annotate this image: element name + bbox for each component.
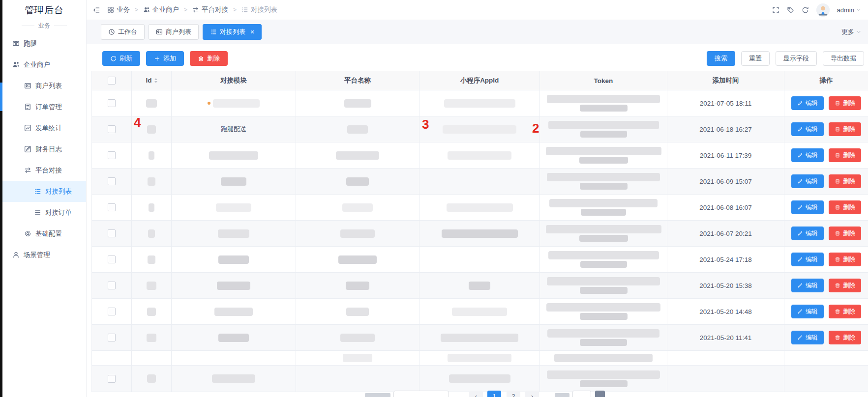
row-checkbox[interactable] <box>108 334 116 341</box>
refresh-page-icon[interactable] <box>802 6 809 14</box>
sidebar-item-label: 平台对接 <box>35 166 62 175</box>
delete-button[interactable]: 删除 <box>829 148 861 162</box>
tab-merchant-list[interactable]: 商户列表 <box>149 24 199 40</box>
sidebar-item-label: 商户列表 <box>35 82 62 90</box>
page-2-button[interactable]: 2 <box>507 391 520 397</box>
delete-button[interactable]: 删除 <box>829 305 861 318</box>
edit-button[interactable]: 编辑 <box>791 174 824 188</box>
sidebar-item-base-config[interactable]: 基础配置 <box>2 223 86 244</box>
avatar[interactable] <box>816 3 830 17</box>
delete-button[interactable]: 删除 <box>829 122 861 136</box>
sidebar-item-link-list[interactable]: 对接列表 <box>2 181 86 202</box>
sidebar-item-platform-link[interactable]: 平台对接 <box>2 160 86 181</box>
row-checkbox[interactable] <box>108 229 116 237</box>
tab-link-list[interactable]: 对接列表× <box>203 24 262 40</box>
fullscreen-icon[interactable] <box>772 6 779 14</box>
edit-label: 编辑 <box>806 177 818 186</box>
page-prev-button[interactable]: ‹ <box>469 391 483 397</box>
delete-button[interactable]: 删除 <box>829 174 861 188</box>
page-next-button[interactable]: › <box>525 391 539 397</box>
breadcrumb-item-link-list[interactable]: 对接列表 <box>241 5 277 14</box>
row-checkbox[interactable] <box>108 308 116 315</box>
tab-bar: 工作台商户列表对接列表× 更多 <box>86 20 868 44</box>
edit-button[interactable]: 编辑 <box>791 253 824 266</box>
delete-button[interactable]: 删除 <box>829 253 861 266</box>
pager-settings-icon[interactable] <box>595 391 605 397</box>
sidebar-item-link-orders[interactable]: 对接订单 <box>2 202 86 223</box>
list2-icon <box>34 209 41 216</box>
plus-icon <box>154 56 160 62</box>
row-checkbox[interactable] <box>108 125 116 133</box>
search-button[interactable]: 搜索 <box>707 51 735 66</box>
breadcrumb-label: 企业商户 <box>152 5 179 14</box>
row-checkbox[interactable] <box>108 282 116 289</box>
page-1-button[interactable]: 1 <box>487 391 501 397</box>
sidebar-item-merchant-list[interactable]: 商户列表 <box>2 75 86 96</box>
reset-button[interactable]: 重置 <box>741 51 770 66</box>
redacted-platform <box>346 177 369 186</box>
delete-button[interactable]: 删除 <box>829 200 861 214</box>
delete-button[interactable]: 删除 <box>829 227 861 240</box>
row-checkbox[interactable] <box>108 99 116 107</box>
more-tabs-button[interactable]: 更多 <box>841 28 863 36</box>
sidebar-item-scene-mgmt[interactable]: 场景管理 <box>2 244 86 265</box>
row-checkbox[interactable] <box>108 255 116 263</box>
page-size-select[interactable] <box>393 391 449 397</box>
trash-icon <box>835 204 840 210</box>
delete-button[interactable]: 删除 <box>829 331 861 344</box>
show-fields-button[interactable]: 显示字段 <box>776 51 817 66</box>
breadcrumb-item-merchant[interactable]: 企业商户 <box>143 5 179 14</box>
theme-tag-icon[interactable] <box>787 6 794 14</box>
edit-button[interactable]: 编辑 <box>791 331 824 344</box>
select-all-checkbox[interactable] <box>108 77 116 85</box>
row-checkbox[interactable] <box>108 151 116 159</box>
close-icon[interactable]: × <box>250 28 254 35</box>
swap-icon <box>192 6 199 13</box>
breadcrumb-separator: > <box>233 6 237 13</box>
column-header-module: 对接模块 <box>172 71 296 90</box>
refresh-button[interactable]: 刷新 <box>102 51 140 66</box>
edit-button[interactable]: 编辑 <box>791 148 824 162</box>
row-checkbox[interactable] <box>108 203 116 211</box>
sort-icon[interactable] <box>154 77 157 85</box>
delete-button[interactable]: 删除 <box>829 96 861 110</box>
edit-button[interactable]: 编辑 <box>791 279 824 292</box>
row-checkbox[interactable] <box>108 177 116 185</box>
redacted-module <box>214 308 253 316</box>
sidebar-item-merchant[interactable]: 企业商户 <box>2 54 86 75</box>
main-area: 业务>企业商户>平台对接>对接列表 admin <box>86 0 868 397</box>
edit-button[interactable]: 编辑 <box>791 305 824 318</box>
edit-button[interactable]: 编辑 <box>791 122 824 136</box>
goto-page-input[interactable] <box>572 391 591 397</box>
delete-button[interactable]: 删除 <box>829 279 861 292</box>
add-button[interactable]: 添加 <box>146 51 184 66</box>
sidebar-item-order-mgmt[interactable]: 订单管理 <box>2 96 86 117</box>
tab-workbench[interactable]: 工作台 <box>101 24 145 40</box>
toolbar-left: 刷新添加删除 <box>102 51 228 66</box>
collapse-sidebar-icon[interactable] <box>93 6 100 14</box>
breadcrumb-item-business[interactable]: 业务 <box>107 5 130 14</box>
breadcrumb-separator: > <box>135 6 138 13</box>
breadcrumb: 业务>企业商户>平台对接>对接列表 <box>107 5 277 14</box>
redacted-appid <box>443 125 516 134</box>
edit-button[interactable]: 编辑 <box>791 96 824 110</box>
edit-button[interactable]: 编辑 <box>791 227 824 240</box>
user-menu[interactable]: admin <box>837 6 861 14</box>
button-label: 显示字段 <box>783 54 809 63</box>
export-data-button[interactable]: 导出数据 <box>823 51 864 66</box>
scrollbar-thumb[interactable] <box>0 83 2 111</box>
sidebar-item-dispatch-stats[interactable]: 发单统计 <box>2 117 86 139</box>
redacted-module <box>218 255 249 264</box>
sidebar-item-errand[interactable]: 跑腿 <box>2 33 86 54</box>
added-time: 2021-07-05 18:11 <box>700 100 752 107</box>
trash-icon <box>198 56 204 62</box>
edit-button[interactable]: 编辑 <box>791 200 824 214</box>
column-label: 对接模块 <box>220 77 247 84</box>
redacted-token <box>548 251 659 268</box>
breadcrumb-item-platform-link[interactable]: 平台对接 <box>192 5 228 14</box>
delete-button[interactable]: 删除 <box>190 51 228 66</box>
sidebar-item-finance-log[interactable]: 财务日志 <box>2 139 86 160</box>
edit-icon <box>797 100 803 106</box>
row-checkbox[interactable] <box>108 375 116 383</box>
table-row: 2021-06-07 20:21编辑删除 <box>92 221 868 247</box>
